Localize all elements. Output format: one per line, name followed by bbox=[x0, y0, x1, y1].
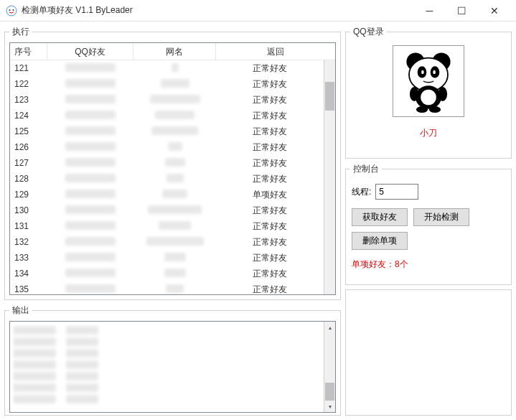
avatar[interactable] bbox=[393, 45, 464, 117]
app-icon bbox=[6, 5, 17, 17]
output-panel: 输出 ▴ ▾ bbox=[4, 304, 341, 416]
login-legend: QQ登录 bbox=[350, 26, 387, 38]
output-scrollbar[interactable]: ▴ ▾ bbox=[324, 322, 335, 412]
cell-name bbox=[133, 267, 216, 281]
close-button[interactable]: ✕ bbox=[478, 1, 510, 21]
fetch-friends-button[interactable]: 获取好友 bbox=[352, 208, 408, 226]
table-row[interactable]: 134正常好友 bbox=[10, 266, 324, 281]
table-row[interactable]: 121正常好友 bbox=[10, 60, 324, 76]
cell-seq: 124 bbox=[10, 109, 47, 122]
cell-seq: 128 bbox=[10, 172, 47, 185]
result-text: 单项好友：8个 bbox=[352, 258, 505, 271]
table-row[interactable]: 122正常好友 bbox=[10, 76, 324, 92]
cell-ret: 正常好友 bbox=[216, 235, 324, 250]
table-row[interactable]: 131正常好友 bbox=[10, 218, 324, 234]
cell-name bbox=[133, 172, 216, 186]
table-row[interactable]: 126正常好友 bbox=[10, 139, 324, 155]
cell-name bbox=[133, 109, 216, 123]
cell-ret: 正常好友 bbox=[216, 108, 324, 123]
cell-qq bbox=[47, 220, 133, 233]
output-line bbox=[13, 382, 324, 393]
minimize-button[interactable]: ─ bbox=[413, 1, 446, 21]
svg-point-2 bbox=[13, 9, 14, 11]
cell-qq bbox=[47, 172, 133, 186]
table-row[interactable]: 128正常好友 bbox=[10, 171, 324, 187]
cell-seq: 121 bbox=[10, 62, 47, 75]
titlebar: 检测单项好友 V1.1 ByLeader ─ ☐ ✕ bbox=[0, 0, 516, 22]
cell-seq: 126 bbox=[10, 141, 47, 154]
cell-ret: 正常好友 bbox=[216, 172, 324, 187]
cell-seq: 123 bbox=[10, 93, 47, 106]
friends-table: 序号 QQ好友 网名 返回 121正常好友122正常好友123正常好友124正常… bbox=[9, 42, 336, 295]
table-body: 121正常好友122正常好友123正常好友124正常好友125正常好友126正常… bbox=[10, 60, 324, 294]
cell-ret: 正常好友 bbox=[216, 282, 324, 295]
cell-qq bbox=[47, 62, 133, 75]
output-line bbox=[13, 336, 324, 347]
table-scrollbar-thumb[interactable] bbox=[325, 82, 334, 111]
table-row[interactable]: 124正常好友 bbox=[10, 108, 324, 123]
table-header: 序号 QQ好友 网名 返回 bbox=[10, 43, 335, 60]
cell-qq bbox=[47, 125, 133, 139]
scroll-up-icon[interactable]: ▴ bbox=[324, 322, 335, 333]
th-ret[interactable]: 返回 bbox=[216, 43, 335, 60]
cell-name bbox=[133, 141, 216, 154]
cell-name bbox=[133, 251, 216, 265]
table-row[interactable]: 132正常好友 bbox=[10, 234, 324, 250]
th-seq[interactable]: 序号 bbox=[10, 43, 47, 60]
thread-input[interactable] bbox=[375, 184, 418, 200]
execute-panel: 执行 序号 QQ好友 网名 返回 121正常好友122正常好友123正常好友12… bbox=[4, 26, 341, 300]
cell-ret: 正常好友 bbox=[216, 124, 324, 139]
cell-qq bbox=[47, 267, 133, 281]
cell-name bbox=[133, 188, 216, 202]
cell-qq bbox=[47, 93, 133, 107]
table-row[interactable]: 135正常好友 bbox=[10, 281, 324, 294]
execute-legend: 执行 bbox=[9, 26, 32, 38]
output-legend: 输出 bbox=[9, 304, 32, 317]
nickname: 小刀 bbox=[420, 127, 437, 139]
cell-seq: 134 bbox=[10, 267, 47, 280]
svg-point-0 bbox=[6, 6, 17, 16]
cell-seq: 127 bbox=[10, 157, 47, 169]
cell-name bbox=[133, 93, 216, 107]
table-row[interactable]: 123正常好友 bbox=[10, 92, 324, 108]
cell-ret: 正常好友 bbox=[216, 156, 324, 171]
cell-qq bbox=[47, 141, 133, 154]
th-name[interactable]: 网名 bbox=[133, 43, 216, 60]
cell-ret: 正常好友 bbox=[216, 219, 324, 234]
cell-ret: 正常好友 bbox=[216, 93, 324, 108]
table-scrollbar[interactable] bbox=[324, 60, 335, 294]
svg-point-12 bbox=[410, 87, 419, 101]
cell-name bbox=[133, 283, 216, 295]
cell-qq bbox=[47, 109, 133, 123]
cell-name bbox=[133, 220, 216, 233]
cell-name bbox=[133, 62, 216, 75]
cell-name bbox=[133, 78, 216, 91]
start-detect-button[interactable]: 开始检测 bbox=[413, 208, 469, 226]
maximize-button[interactable]: ☐ bbox=[446, 1, 478, 21]
output-box: ▴ ▾ bbox=[9, 321, 336, 413]
cell-name bbox=[133, 157, 216, 170]
console-legend: 控制台 bbox=[350, 163, 382, 175]
cell-ret: 正常好友 bbox=[216, 140, 324, 155]
cell-qq bbox=[47, 235, 133, 249]
login-panel: QQ登录 bbox=[345, 26, 512, 159]
scroll-down-icon[interactable]: ▾ bbox=[324, 401, 335, 412]
table-row[interactable]: 125正常好友 bbox=[10, 123, 324, 139]
output-scrollbar-thumb[interactable] bbox=[325, 383, 334, 401]
table-row[interactable]: 127正常好友 bbox=[10, 155, 324, 171]
output-line bbox=[13, 325, 324, 336]
cell-seq: 129 bbox=[10, 188, 47, 201]
table-row[interactable]: 133正常好友 bbox=[10, 250, 324, 266]
cell-ret: 正常好友 bbox=[216, 203, 324, 218]
table-row[interactable]: 130正常好友 bbox=[10, 202, 324, 218]
cell-qq bbox=[47, 283, 133, 295]
svg-point-8 bbox=[421, 70, 424, 74]
cell-ret: 正常好友 bbox=[216, 266, 324, 281]
console-panel: 控制台 线程: 获取好友 开始检测 删除单项 单项好友：8个 bbox=[345, 163, 512, 285]
table-row[interactable]: 129单项好友 bbox=[10, 187, 324, 202]
th-qq[interactable]: QQ好友 bbox=[47, 43, 133, 60]
svg-point-1 bbox=[9, 9, 11, 11]
cell-name bbox=[133, 235, 216, 249]
delete-single-button[interactable]: 删除单项 bbox=[352, 232, 408, 250]
spacer-panel bbox=[345, 289, 512, 416]
